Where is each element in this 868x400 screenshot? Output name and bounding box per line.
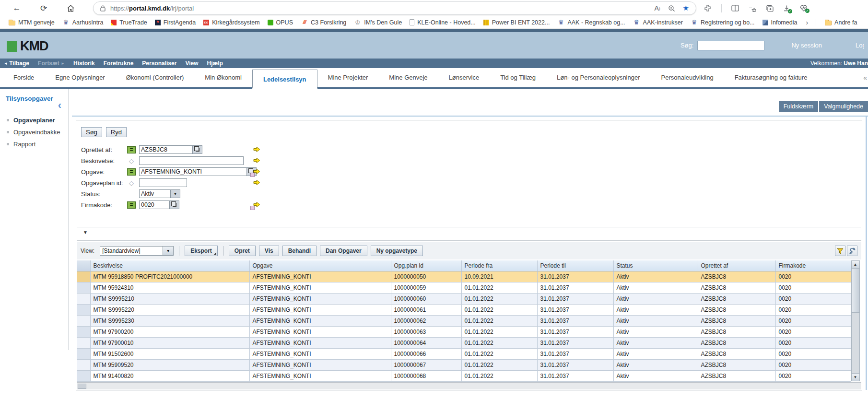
column-header[interactable]: Oprettet af: [698, 260, 775, 271]
lock-icon[interactable]: [100, 5, 106, 12]
portal-tab[interactable]: Mine Projekter: [317, 68, 379, 87]
transfer-arrow-icon[interactable]: [253, 179, 263, 187]
row-selector[interactable]: [77, 348, 90, 359]
read-aloud-icon[interactable]: A): [655, 4, 660, 12]
collections-icon[interactable]: [766, 5, 774, 12]
row-selector[interactable]: [77, 370, 90, 381]
field-input[interactable]: [139, 156, 244, 165]
bookmark-item[interactable]: ♔ IM's Den Gule: [350, 18, 406, 27]
menu-item[interactable]: Hjælp: [207, 60, 223, 67]
row-selector[interactable]: [77, 293, 90, 304]
tab-scroll-left-icon[interactable]: «: [863, 68, 868, 87]
operator-icon[interactable]: ◇: [127, 179, 136, 187]
sidebar-item[interactable]: Opgaveindbakke: [0, 129, 68, 136]
select-all-header[interactable]: [77, 260, 90, 271]
bookmark-item[interactable]: ♛ AarhusIntra: [59, 18, 107, 27]
bookmark-item[interactable]: ⚑ FirstAgenda: [151, 18, 199, 27]
portal-tab[interactable]: Fakturasøgning og fakture: [724, 68, 818, 87]
transfer-arrow-icon[interactable]: [253, 201, 263, 209]
search-button[interactable]: Søg: [81, 127, 102, 137]
horizontal-scrollbar[interactable]: [77, 382, 861, 389]
table-row[interactable]: MTM 91502600AFSTEMNING_KONTI100000006601…: [77, 348, 851, 359]
column-header[interactable]: Periode til: [537, 260, 613, 271]
bookmark-item[interactable]: Infomedia: [759, 18, 801, 27]
toolbar-button[interactable]: Vis: [259, 246, 279, 256]
operator-icon[interactable]: =: [127, 201, 136, 209]
settings-wrench-icon[interactable]: [847, 246, 857, 256]
column-header[interactable]: Opgave: [249, 260, 391, 271]
scrollbar-thumb[interactable]: [852, 269, 859, 313]
column-header[interactable]: Firmakode: [775, 260, 851, 271]
transfer-arrow-icon[interactable]: [253, 146, 263, 153]
row-selector[interactable]: [77, 359, 90, 370]
portal-tab[interactable]: Tid og Tillæg: [490, 68, 546, 87]
portal-tab[interactable]: Mine Genveje: [378, 68, 438, 87]
view-select[interactable]: [Standardview] ▼: [100, 246, 174, 256]
dropdown-button[interactable]: ▼: [171, 189, 180, 198]
table-row[interactable]: MTM 95924310AFSTEMNING_KONTI100000005901…: [77, 282, 851, 293]
downloads-icon[interactable]: ✓: [783, 5, 790, 12]
collapse-panel-icon[interactable]: ‹: [58, 100, 61, 111]
zoom-in-icon[interactable]: [668, 5, 675, 12]
bookmarks-overflow-icon[interactable]: ›: [803, 19, 811, 26]
vertical-scrollbar[interactable]: ▲ ▼: [851, 260, 860, 381]
refresh-icon[interactable]: ⟳: [35, 1, 52, 15]
portal-tab[interactable]: Økonomi (Controller): [116, 68, 195, 87]
toolbar-button[interactable]: Opret: [229, 246, 256, 256]
field-input[interactable]: [139, 200, 170, 209]
sidebar-item[interactable]: Opgaveplaner: [0, 117, 68, 124]
column-header[interactable]: Opg.plan id: [391, 260, 461, 271]
field-input[interactable]: [139, 189, 171, 198]
column-header[interactable]: Periode fra: [461, 260, 537, 271]
transfer-arrow-icon[interactable]: [253, 168, 263, 176]
extensions-icon[interactable]: [704, 4, 712, 12]
clear-button[interactable]: Ryd: [106, 127, 127, 137]
row-selector[interactable]: [77, 337, 90, 348]
menu-item[interactable]: Historik: [73, 60, 95, 67]
bookmark-item[interactable]: OPUS: [264, 18, 297, 27]
page-action-button[interactable]: Valgmulighede: [819, 101, 868, 112]
home-icon[interactable]: [62, 1, 79, 15]
column-header[interactable]: Status: [613, 260, 698, 271]
page-action-button[interactable]: Fuldskærm: [779, 101, 819, 112]
toolbar-button[interactable]: Behandl: [282, 246, 317, 256]
back-icon[interactable]: ←: [9, 1, 25, 15]
row-selector[interactable]: [77, 282, 90, 293]
transfer-arrow-icon[interactable]: [253, 157, 263, 165]
view-select-dropdown-icon[interactable]: ▼: [163, 246, 174, 256]
menu-item[interactable]: Personaliser: [142, 60, 176, 67]
table-row[interactable]: MTM S9995210AFSTEMNING_KONTI100000006001…: [77, 293, 851, 304]
bookmark-item[interactable]: ♛ AAK - Regnskab og...: [553, 18, 629, 27]
menu-item[interactable]: ◄ Tilbage: [4, 60, 29, 67]
portal-tab[interactable]: Løn- og Personaleoplysninger: [546, 68, 650, 87]
log-off-link[interactable]: Log af: [856, 42, 864, 49]
toolbar-button[interactable]: Eksport: [185, 246, 218, 256]
value-help-button[interactable]: [193, 145, 202, 154]
new-session-link[interactable]: Ny session: [791, 42, 822, 49]
scroll-up-icon[interactable]: ▲: [852, 261, 859, 269]
bookmark-item[interactable]: /// C3 Forsikring: [297, 18, 350, 27]
table-row[interactable]: MTM 97900010AFSTEMNING_KONTI100000006401…: [77, 337, 851, 348]
row-selector[interactable]: [77, 326, 90, 337]
filter-icon[interactable]: [835, 246, 845, 256]
split-screen-icon[interactable]: [731, 5, 739, 12]
menu-item[interactable]: Fortsæt ►: [38, 60, 65, 67]
hscrollbar-thumb[interactable]: [78, 384, 86, 389]
bookmark-item[interactable]: TrueTrade: [107, 18, 151, 27]
toolbar-button[interactable]: Dan Opgaver: [320, 246, 367, 256]
field-input[interactable]: [139, 145, 193, 154]
portal-tab[interactable]: Min Økonomi: [194, 68, 252, 87]
portal-tab[interactable]: Lønservice: [438, 68, 490, 87]
portal-tab[interactable]: Personaleudvikling: [651, 68, 724, 87]
value-help-button[interactable]: [170, 200, 179, 209]
menu-item[interactable]: View: [185, 60, 198, 67]
table-row[interactable]: MTM 97900200AFSTEMNING_KONTI100000006301…: [77, 326, 851, 337]
table-row[interactable]: MTM 91400820AFSTEMNING_KONTI100000006801…: [77, 370, 851, 381]
sidebar-item[interactable]: Rapport: [0, 141, 68, 148]
field-input[interactable]: [139, 178, 187, 187]
portal-tab[interactable]: Forside: [3, 68, 45, 87]
bookmark-item[interactable]: Power BI ENT 2022...: [480, 18, 554, 27]
table-row[interactable]: MTM S9995220AFSTEMNING_KONTI100000006101…: [77, 304, 851, 315]
portal-search-input[interactable]: [697, 41, 764, 50]
favorite-star-icon[interactable]: ★: [683, 4, 689, 12]
